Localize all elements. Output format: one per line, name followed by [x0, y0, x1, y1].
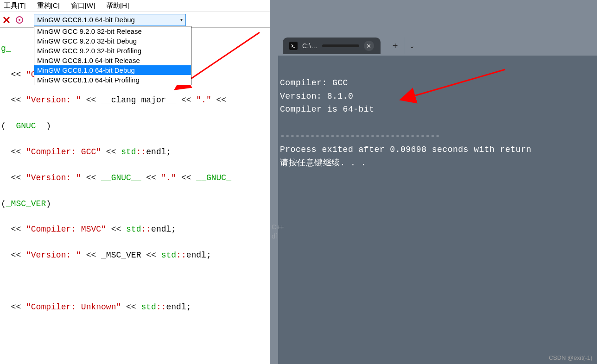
chevron-down-icon: ▾ [180, 17, 183, 22]
terminal-icon [289, 42, 298, 50]
compiler-combo[interactable]: MinGW GCC8.1.0 64-bit Debug ▾ [34, 14, 186, 26]
term-line: Process exited after 0.09698 seconds wit… [280, 145, 531, 154]
menu-refactor[interactable]: 重构[C] [34, 0, 63, 11]
code-str: "Compiler: Unknown" [26, 302, 121, 312]
code-str: "Compiler: MSVC" [26, 225, 106, 234]
watermark: CSDN @exit(-1) [549, 354, 592, 361]
terminal-tab-title: C:\... [302, 42, 318, 50]
compiler-combo-wrap: MinGW GCC8.1.0 64-bit Debug ▾ MinGW GCC … [34, 14, 186, 26]
term-line: Compiler is 64-bit [280, 105, 374, 114]
redaction-bar [322, 44, 359, 47]
term-line: Compiler: GCC [280, 78, 348, 88]
compiler-option[interactable]: MinGW GCC 9.2.0 32-bit Profiling [34, 46, 191, 56]
compiler-option[interactable]: MinGW GCC8.1.0 64-bit Debug [34, 65, 191, 75]
term-line: 请按任意键继续. . . [280, 158, 366, 168]
menu-tools[interactable]: 工具[T] [1, 0, 29, 11]
menubar: 工具[T] 重构[C] 窗口[W] 帮助[H] [0, 0, 270, 12]
compiler-combo-text: MinGW GCC8.1.0 64-bit Debug [37, 16, 135, 24]
compiler-option[interactable]: MinGW GCC8.1.0 64-bit Release [34, 56, 191, 65]
compiler-dropdown: MinGW GCC 9.2.0 32-bit ReleaseMinGW GCC … [34, 26, 191, 85]
menu-help[interactable]: 帮助[H] [103, 0, 132, 11]
compiler-option[interactable]: MinGW GCC8.1.0 64-bit Profiling [34, 75, 191, 85]
menu-window[interactable]: 窗口[W] [68, 0, 98, 11]
code-frag: g_ [1, 44, 11, 53]
terminal-tab[interactable]: C:\... ✕ [283, 38, 381, 54]
code-id: _MSC_VER [6, 199, 46, 208]
term-line: Version: 8.1.0 [280, 92, 353, 101]
toolbar: MinGW GCC8.1.0 64-bit Debug ▾ MinGW GCC … [0, 12, 270, 28]
code-str: "Version: " [26, 95, 81, 105]
terminal-output[interactable]: Compiler: GCC Version: 8.1.0 Compiler is… [278, 56, 597, 364]
compiler-option[interactable]: MinGW GCC 9.2.0 32-bit Debug [34, 36, 191, 46]
ghost-df: df [272, 232, 277, 240]
terminal-tabbar: C:\... ✕ + ⌄ [278, 36, 597, 56]
code-str: "Version: " [26, 251, 81, 260]
code-id: __GNUC__ [6, 121, 46, 131]
ghost-cpp: C++ [272, 223, 284, 231]
code-str: "Compiler: GCC" [26, 147, 101, 157]
stop-icon[interactable] [1, 14, 12, 25]
terminal-window: C:\... ✕ + ⌄ Compiler: GCC Version: 8.1.… [278, 36, 597, 364]
compiler-option[interactable]: MinGW GCC 9.2.0 32-bit Release [34, 26, 191, 36]
term-divider: -------------------------------- [280, 132, 440, 141]
debug-icon[interactable] [14, 14, 25, 25]
ide-pane: 工具[T] 重构[C] 窗口[W] 帮助[H] MinGW GCC8.1.0 6… [0, 0, 270, 364]
close-icon[interactable]: ✕ [364, 41, 374, 51]
code-str: "Version: " [26, 173, 81, 182]
svg-point-1 [19, 19, 20, 21]
new-tab-button[interactable]: + [387, 38, 404, 54]
toolbar-divider [29, 14, 29, 25]
tab-dropdown-icon[interactable]: ⌄ [404, 38, 420, 54]
